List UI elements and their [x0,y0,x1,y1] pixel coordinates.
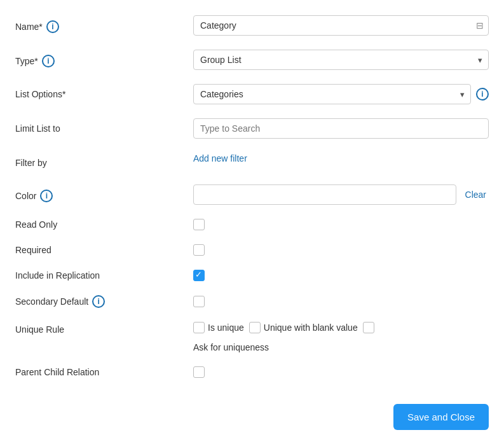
color-label: Color i [15,184,193,202]
read-only-checkbox[interactable] [193,219,205,230]
read-only-label: Read Only [15,219,193,230]
type-row: Type* i Group List Text Number Date Bool… [15,50,489,70]
secondary-default-label-text: Secondary Default [15,296,88,307]
is-unique-label: Is unique [208,323,244,333]
include-replication-label: Include in Replication [15,270,193,281]
secondary-default-label: Secondary Default i [15,295,193,308]
list-options-inner: Categories i [193,84,489,104]
secondary-default-info-icon[interactable]: i [92,295,105,308]
filter-by-section: Filter by [15,153,193,170]
unique-blank-option: Unique with blank value [249,322,358,333]
limit-list-label: Limit List to [15,118,193,134]
name-input[interactable] [193,15,489,36]
name-copy-icon: ⊟ [476,20,484,31]
color-row-inner: Clear [193,184,489,205]
limit-list-search-input[interactable] [193,118,489,139]
form-container: Name* i ⊟ Type* i Group List Text Number… [0,0,504,437]
unique-options: Is unique Unique with blank value Ask fo… [193,322,489,352]
include-replication-label-text: Include in Replication [15,270,100,281]
ask-uniqueness-label: Ask for uniqueness [193,342,489,352]
type-select[interactable]: Group List Text Number Date Boolean [193,50,489,70]
type-label-text: Type* [15,56,38,66]
clear-button[interactable]: Clear [463,190,489,200]
list-options-control: Categories i [193,84,489,104]
read-only-label-text: Read Only [15,219,57,230]
filter-by-label: Filter by [15,158,47,168]
add-new-filter-link[interactable]: Add new filter [193,153,247,163]
parent-child-checkbox[interactable] [193,366,205,378]
color-control: Clear [193,184,489,205]
limit-list-row: Limit List to [15,118,489,139]
filter-by-row: Filter by Add new filter [15,153,489,170]
unique-rule-row: Unique Rule Is unique Unique with blank … [15,322,489,352]
name-input-wrapper: ⊟ [193,15,489,36]
unique-rule-control: Is unique Unique with blank value Ask fo… [193,322,489,352]
parent-child-label: Parent Child Relation [15,367,193,377]
read-only-row: Read Only [15,219,489,230]
unique-rule-label: Unique Rule [15,322,193,335]
list-options-select-wrapper: Categories [193,84,471,104]
parent-child-row: Parent Child Relation [15,366,489,378]
secondary-default-row: Secondary Default i [15,295,489,308]
name-label-text: Name* [15,22,43,32]
type-select-wrapper: Group List Text Number Date Boolean [193,50,489,70]
color-input[interactable] [193,184,456,205]
unique-blank-label: Unique with blank value [264,323,358,333]
parent-child-label-text: Parent Child Relation [15,367,99,377]
name-field-wrapper: ⊟ [193,15,489,36]
save-close-button[interactable]: Save and Close [393,404,489,430]
list-options-row: List Options* Categories i [15,84,489,104]
include-replication-checkbox[interactable] [193,270,205,281]
name-label: Name* i [15,15,193,33]
name-info-icon[interactable]: i [46,20,59,33]
filter-by-control: Add new filter [193,153,489,164]
color-info-icon[interactable]: i [40,190,53,202]
limit-list-control [193,118,489,139]
limit-list-label-text: Limit List to [15,123,60,134]
list-options-info-icon[interactable]: i [476,88,489,101]
list-options-label-text: List Options* [15,89,65,99]
footer: Save and Close [393,404,489,430]
unique-blank-checkbox[interactable] [249,322,261,333]
is-unique-option: Is unique [193,322,244,333]
ask-uniqueness-text: Ask for uniqueness [193,342,269,352]
required-checkbox[interactable] [193,244,205,256]
color-label-text: Color [15,191,36,201]
list-options-label: List Options* [15,84,193,99]
name-row: Name* i ⊟ [15,15,489,36]
required-row: Required [15,244,489,256]
type-info-icon[interactable]: i [42,55,55,67]
include-replication-row: Include in Replication [15,270,489,281]
is-unique-checkbox[interactable] [193,322,205,333]
unique-blank-extra-checkbox[interactable] [363,322,374,333]
type-select-wrapper-outer: Group List Text Number Date Boolean [193,50,489,70]
list-options-select[interactable]: Categories [193,84,471,104]
required-label-text: Required [15,245,51,255]
type-label: Type* i [15,50,193,67]
color-row: Color i Clear [15,184,489,205]
required-label: Required [15,245,193,255]
secondary-default-checkbox[interactable] [193,296,205,307]
